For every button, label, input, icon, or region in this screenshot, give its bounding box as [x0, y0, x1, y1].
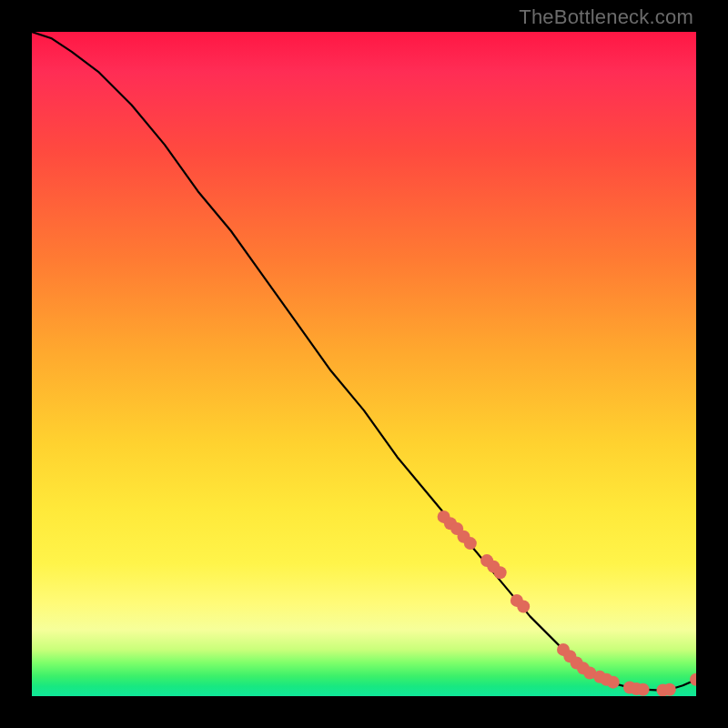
curve-layer: [32, 32, 696, 696]
marker-dot: [690, 673, 696, 686]
plot-area: [32, 32, 696, 696]
chart-frame: TheBottleneck.com: [0, 0, 728, 728]
watermark-label: TheBottleneck.com: [519, 5, 693, 29]
marker-dot: [517, 600, 530, 612]
marker-group: [438, 511, 696, 696]
marker-dot: [637, 683, 650, 696]
marker-dot: [663, 683, 676, 696]
bottleneck-curve: [32, 32, 696, 690]
marker-dot: [464, 537, 477, 550]
marker-dot: [607, 676, 620, 689]
marker-dot: [494, 566, 507, 579]
